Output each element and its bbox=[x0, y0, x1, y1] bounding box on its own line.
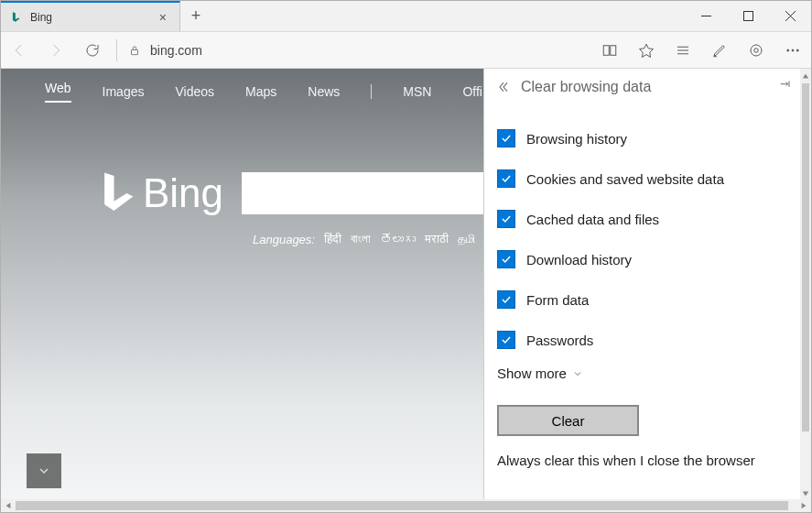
svg-marker-19 bbox=[803, 492, 808, 497]
browser-tab[interactable]: Bing × bbox=[1, 1, 180, 31]
svg-point-14 bbox=[787, 49, 789, 51]
svg-rect-1 bbox=[743, 12, 752, 21]
bing-nav-images[interactable]: Images bbox=[103, 84, 145, 99]
bing-nav-videos[interactable]: Videos bbox=[175, 84, 214, 99]
clear-button-label: Clear bbox=[552, 413, 585, 429]
checkbox-icon bbox=[497, 290, 515, 309]
scrollbar-thumb[interactable] bbox=[16, 501, 788, 510]
svg-rect-4 bbox=[132, 49, 138, 54]
svg-point-12 bbox=[751, 45, 762, 56]
svg-marker-20 bbox=[6, 503, 11, 508]
svg-point-13 bbox=[754, 48, 759, 52]
more-button[interactable] bbox=[774, 32, 811, 69]
checkbox-label: Form data bbox=[526, 292, 589, 308]
checkbox-label: Cookies and saved website data bbox=[526, 171, 724, 187]
checkbox-icon bbox=[497, 250, 515, 268]
lang-link[interactable]: தமி bbox=[458, 232, 475, 246]
checkbox-icon bbox=[497, 169, 515, 188]
clear-button[interactable]: Clear bbox=[497, 405, 639, 436]
new-tab-button[interactable]: + bbox=[180, 1, 211, 31]
pane-back-button[interactable] bbox=[492, 80, 515, 94]
pane-scrollbar[interactable] bbox=[800, 69, 811, 501]
checkbox-label: Cached data and files bbox=[526, 212, 659, 227]
svg-marker-7 bbox=[640, 44, 654, 57]
checkbox-icon bbox=[497, 331, 515, 349]
pin-button[interactable] bbox=[778, 78, 793, 96]
bing-nav-web[interactable]: Web bbox=[45, 81, 71, 103]
lang-link[interactable]: বাংলা bbox=[351, 232, 371, 246]
checkbox-download-history[interactable]: Download history bbox=[497, 239, 787, 279]
checkbox-label: Browsing history bbox=[526, 131, 627, 147]
bing-favicon-icon bbox=[10, 11, 23, 24]
url-text[interactable]: bing.com bbox=[146, 43, 591, 58]
bing-logo: Bing bbox=[97, 169, 223, 217]
notes-button[interactable] bbox=[701, 32, 738, 69]
window-close-button[interactable] bbox=[769, 1, 811, 31]
checkbox-form-data[interactable]: Form data bbox=[497, 279, 787, 320]
lock-icon bbox=[123, 44, 146, 57]
show-more-link[interactable]: Show more bbox=[497, 366, 787, 381]
scroll-up-icon[interactable] bbox=[800, 69, 811, 83]
clear-browsing-data-pane: Clear browsing data Browsing history Coo… bbox=[483, 69, 800, 501]
svg-rect-6 bbox=[611, 45, 616, 55]
svg-marker-18 bbox=[803, 74, 808, 79]
bing-logo-icon bbox=[97, 169, 137, 217]
separator bbox=[371, 84, 372, 99]
chevron-down-icon bbox=[572, 368, 583, 379]
lang-link[interactable]: తెలుగు bbox=[380, 233, 416, 246]
checkbox-label: Passwords bbox=[526, 333, 593, 348]
checkbox-label: Download history bbox=[526, 252, 632, 267]
bing-logo-text: Bing bbox=[143, 170, 223, 216]
scrollbar-thumb[interactable] bbox=[802, 83, 809, 431]
bing-nav-office[interactable]: Offi bbox=[462, 84, 482, 99]
hub-button[interactable] bbox=[665, 32, 701, 69]
lang-link[interactable]: मराठी bbox=[425, 232, 449, 246]
window-minimize-button[interactable] bbox=[685, 1, 727, 31]
address-bar: bing.com bbox=[1, 32, 811, 69]
back-button[interactable] bbox=[1, 32, 38, 69]
share-button[interactable] bbox=[738, 32, 774, 69]
bing-nav-news[interactable]: News bbox=[308, 84, 340, 99]
favorite-button[interactable] bbox=[628, 32, 665, 69]
always-clear-label: Always clear this when I close the brows… bbox=[497, 453, 787, 468]
svg-rect-5 bbox=[603, 45, 609, 55]
lang-link[interactable]: हिंदी bbox=[324, 232, 341, 246]
forward-button[interactable] bbox=[38, 32, 74, 69]
scroll-right-icon[interactable] bbox=[796, 502, 811, 509]
content-area: Web Images Videos Maps News MSN Offi Bin… bbox=[1, 69, 811, 501]
tab-title: Bing bbox=[30, 11, 148, 24]
checkbox-passwords[interactable]: Passwords bbox=[497, 320, 787, 360]
window-maximize-button[interactable] bbox=[727, 1, 769, 31]
checkbox-icon bbox=[497, 129, 515, 147]
bing-nav-msn[interactable]: MSN bbox=[403, 84, 431, 99]
checkbox-icon bbox=[497, 210, 515, 228]
svg-marker-21 bbox=[802, 503, 807, 508]
refresh-button[interactable] bbox=[74, 32, 111, 69]
scroll-left-icon[interactable] bbox=[1, 502, 16, 509]
checkbox-cookies[interactable]: Cookies and saved website data bbox=[497, 158, 787, 199]
title-bar: Bing × + bbox=[1, 1, 811, 32]
show-more-label: Show more bbox=[497, 366, 567, 381]
checkbox-cached-data[interactable]: Cached data and files bbox=[497, 199, 787, 239]
bing-nav-maps[interactable]: Maps bbox=[245, 84, 276, 99]
reading-view-button[interactable] bbox=[591, 32, 628, 69]
svg-point-16 bbox=[796, 49, 798, 51]
languages-label: Languages: bbox=[253, 233, 315, 246]
pane-title: Clear browsing data bbox=[515, 79, 778, 95]
expand-button[interactable] bbox=[27, 453, 61, 488]
svg-point-15 bbox=[792, 49, 794, 51]
horizontal-scrollbar[interactable] bbox=[1, 499, 811, 512]
tab-close-icon[interactable]: × bbox=[156, 10, 170, 25]
checkbox-browsing-history[interactable]: Browsing history bbox=[497, 118, 787, 158]
separator bbox=[116, 39, 117, 61]
